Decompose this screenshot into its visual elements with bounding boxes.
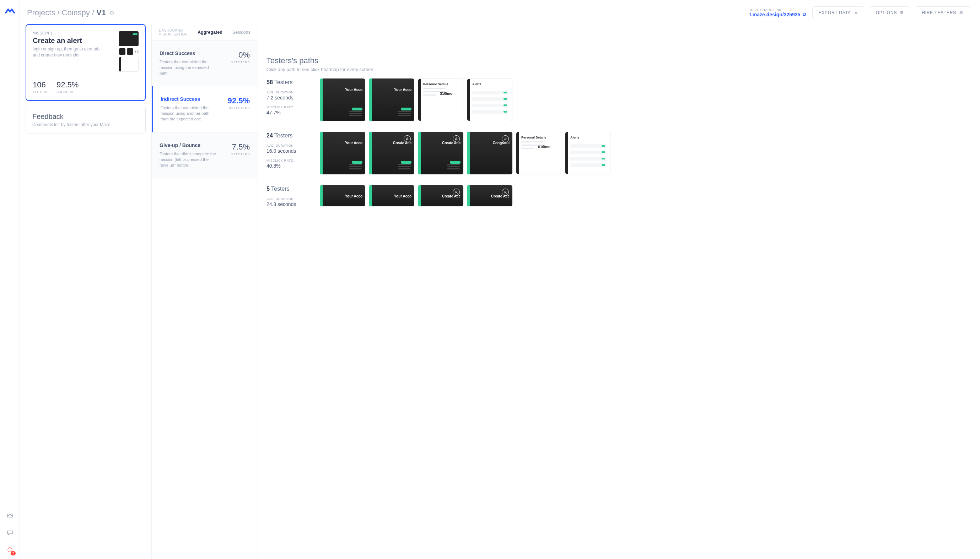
tester-count: 24 Testers bbox=[267, 132, 313, 139]
metric-direct-success[interactable]: Direct Success Testers that completed th… bbox=[152, 40, 258, 86]
tester-count: 5 Testers bbox=[267, 186, 313, 192]
path-group: 24 Testers AVG. DURATION: 16.0 seconds M… bbox=[267, 132, 972, 174]
screen-thumbnail[interactable]: Personal Details$10/mo bbox=[418, 78, 464, 121]
thumbnail-small bbox=[119, 48, 126, 55]
options-button[interactable]: OPTIONS bbox=[870, 7, 910, 19]
avg-duration-label: AVG. DURATION: bbox=[267, 91, 313, 94]
metric-desc: Testers that didn't complete the mission… bbox=[159, 151, 217, 168]
screen-thumbnail[interactable]: Create Acc bbox=[467, 185, 512, 206]
metric-giveup[interactable]: Give-up / Bounce Testers that didn't com… bbox=[152, 132, 258, 178]
screen-thumbnail[interactable]: Personal Details$10/mo bbox=[516, 132, 561, 174]
breadcrumb-project[interactable]: Coinspy bbox=[62, 8, 90, 17]
metric-desc: Testers that completed the mission using… bbox=[159, 59, 217, 76]
metric-title: Direct Success bbox=[159, 50, 217, 56]
notification-icon[interactable]: 2 bbox=[6, 546, 14, 554]
path-group: 5 Testers AVG. DURATION: 24.3 seconds Yo… bbox=[267, 185, 972, 207]
thumbnail-light bbox=[119, 57, 139, 72]
svg-point-6 bbox=[960, 12, 962, 13]
screen-thumbnail[interactable]: Congratul bbox=[467, 132, 512, 174]
thumbnail-dark bbox=[119, 31, 139, 46]
metric-pct: 7.5% bbox=[231, 142, 250, 152]
mission-card[interactable]: MISSION 1 Create an alert login or sign … bbox=[26, 24, 146, 101]
misclick-rate: 40.8% bbox=[267, 163, 313, 169]
metric-title: Indirect Success bbox=[161, 96, 217, 102]
screen-thumbnail[interactable]: Alerts bbox=[565, 132, 611, 174]
metric-desc: Testers that completed the mission using… bbox=[161, 105, 217, 122]
avg-duration: 24.3 seconds bbox=[267, 201, 313, 207]
success-label: SUCCESS bbox=[56, 90, 78, 94]
paths-title: Testers's paths bbox=[267, 56, 972, 65]
svg-point-9 bbox=[455, 138, 457, 139]
metric-indirect-success[interactable]: Indirect Success Testers that completed … bbox=[152, 86, 258, 132]
screen-thumbnail[interactable]: Your Acco bbox=[369, 78, 414, 121]
svg-point-7 bbox=[962, 12, 963, 13]
paths-subtitle: Click any path to see click heatmap for … bbox=[267, 67, 972, 72]
screen-thumbnail[interactable]: Alerts bbox=[467, 78, 512, 121]
feedback-title: Feedback bbox=[32, 112, 139, 121]
dashboard-tabs: DASHBOARD VISUALISATION Aggregated Sessi… bbox=[152, 24, 258, 40]
thumbnail-small bbox=[127, 48, 133, 55]
avg-duration: 7.2 seconds bbox=[267, 95, 313, 101]
mission-desc: login or sign up, then go to alert tab a… bbox=[33, 46, 107, 58]
notification-badge: 2 bbox=[11, 551, 15, 556]
sliders-icon bbox=[900, 11, 904, 15]
left-rail: 2 bbox=[0, 0, 20, 559]
tab-sessions[interactable]: Sessions bbox=[232, 30, 250, 35]
screen-thumbnail[interactable]: Your Acco bbox=[320, 132, 365, 174]
screen-thumbnail[interactable]: Create Acc bbox=[418, 185, 464, 206]
crown-icon[interactable] bbox=[6, 511, 14, 520]
svg-point-8 bbox=[407, 138, 408, 139]
screen-thumbnail[interactable]: Your Acco bbox=[369, 185, 414, 206]
misclick-label: MISCLICK RATE: bbox=[267, 106, 313, 109]
tab-aggregated[interactable]: Aggregated bbox=[197, 30, 222, 35]
testers-label: TESTERS bbox=[33, 90, 49, 94]
hire-testers-button[interactable]: HIRE TESTERS bbox=[916, 7, 970, 19]
svg-point-10 bbox=[455, 191, 457, 192]
feedback-desc: Comments left by testers after your Maze bbox=[32, 122, 139, 127]
mission-label: MISSION 1 bbox=[33, 31, 107, 35]
thumbnail-more: +6 bbox=[135, 50, 139, 54]
metric-title: Give-up / Bounce bbox=[159, 142, 217, 148]
screen-thumbnail[interactable]: Create Acc bbox=[418, 132, 464, 174]
metric-sub: 0 TESTERS bbox=[231, 60, 250, 64]
export-data-button[interactable]: EXPORT DATA bbox=[812, 7, 864, 19]
users-icon bbox=[959, 11, 964, 15]
screen-thumbnail[interactable]: Create Acc bbox=[369, 132, 414, 174]
share-label: MAZE SHARE LINK bbox=[749, 8, 806, 12]
maze-logo[interactable] bbox=[4, 5, 16, 17]
settings-gear-icon[interactable]: ⚙ bbox=[109, 10, 114, 17]
metric-sub: 98 TESTERS bbox=[228, 106, 250, 110]
chat-icon[interactable] bbox=[6, 528, 14, 537]
success-rate: 92.5% bbox=[56, 80, 78, 89]
metric-pct: 0% bbox=[231, 50, 250, 60]
svg-point-5 bbox=[901, 13, 902, 14]
avg-duration: 16.0 seconds bbox=[267, 148, 313, 154]
tester-count: 58 Testers bbox=[267, 79, 313, 86]
download-icon bbox=[854, 11, 858, 15]
mission-thumbnails: +6 bbox=[119, 31, 139, 72]
feedback-card[interactable]: Feedback Comments left by testers after … bbox=[26, 106, 146, 134]
metric-pct: 92.5% bbox=[228, 96, 250, 106]
svg-point-3 bbox=[901, 12, 902, 12]
misclick-rate: 47.7% bbox=[267, 110, 313, 116]
topbar: Projects / Coinspy / V1 ⚙ MAZE SHARE LIN… bbox=[20, 0, 980, 24]
breadcrumb: Projects / Coinspy / V1 ⚙ bbox=[27, 8, 114, 17]
screen-thumbnail[interactable]: Your Acco bbox=[320, 78, 365, 121]
svg-point-4 bbox=[902, 12, 903, 13]
share-url: t.maze.design/325935 bbox=[749, 12, 800, 17]
svg-point-11 bbox=[505, 191, 506, 192]
testers-count: 106 bbox=[33, 80, 49, 89]
breadcrumb-projects[interactable]: Projects bbox=[27, 8, 55, 17]
tabs-label: DASHBOARD VISUALISATION bbox=[159, 28, 188, 36]
share-link[interactable]: MAZE SHARE LINK t.maze.design/325935 bbox=[749, 8, 806, 17]
path-group: 58 Testers AVG. DURATION: 7.2 seconds MI… bbox=[267, 78, 972, 121]
mission-title: Create an alert bbox=[33, 36, 107, 45]
breadcrumb-version: V1 bbox=[96, 8, 106, 17]
metric-sub: 8 TESTERS bbox=[231, 152, 250, 156]
screen-thumbnail[interactable]: Your Acco bbox=[320, 185, 365, 206]
copy-icon bbox=[802, 12, 806, 17]
